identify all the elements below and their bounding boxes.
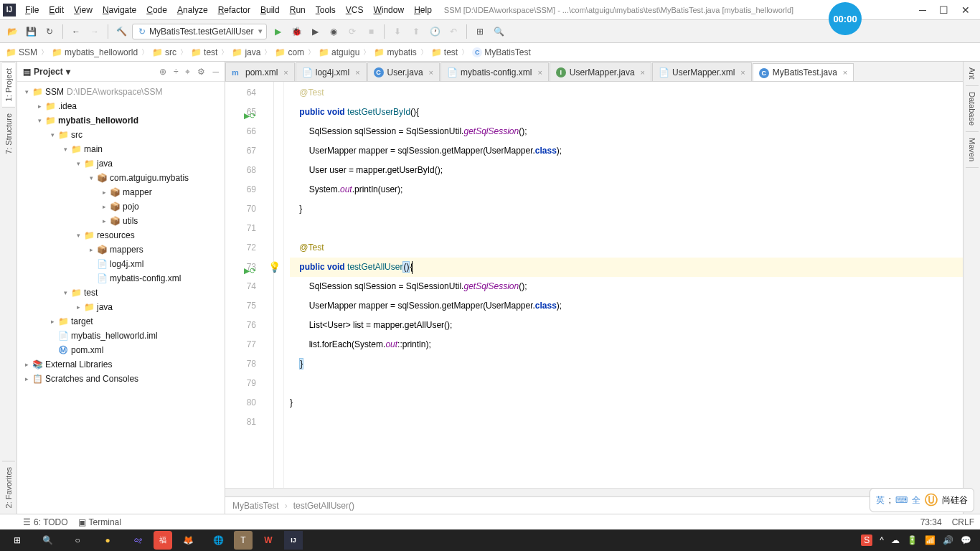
menu-view[interactable]: View bbox=[69, 3, 98, 17]
tree-utils[interactable]: ▸📦utils bbox=[17, 214, 225, 228]
idea-task-icon[interactable]: IJ bbox=[284, 531, 303, 550]
tab-close-icon[interactable]: × bbox=[355, 68, 359, 77]
tab-UserMapper.xml[interactable]: 📄UserMapper.xml× bbox=[652, 62, 752, 81]
search-task-icon[interactable]: 🔍 bbox=[33, 530, 62, 550]
tree-External Libraries[interactable]: ▸📚External Libraries bbox=[17, 357, 225, 372]
code-line-71[interactable] bbox=[290, 219, 963, 238]
system-tray[interactable]: S ^ ☁ 🔋 📶 🔊 💬 bbox=[861, 534, 977, 546]
tree-Scratches and Consoles[interactable]: ▸📋Scratches and Consoles bbox=[17, 372, 225, 386]
tree-main[interactable]: ▾📁main bbox=[17, 142, 225, 156]
maximize-button[interactable]: ☐ bbox=[939, 4, 948, 16]
tree-src[interactable]: ▾📁src bbox=[17, 128, 225, 142]
code-line-73[interactable]: 💡 public void testGetAllUser(){ bbox=[290, 258, 963, 277]
select-opened-icon[interactable]: ⊕ bbox=[159, 67, 166, 77]
sidebar-tab-project[interactable]: 1: Project bbox=[2, 62, 15, 107]
tray-volume-icon[interactable]: 🔊 bbox=[943, 535, 953, 545]
tab-close-icon[interactable]: × bbox=[740, 68, 745, 77]
build-icon[interactable]: 🔨 bbox=[113, 24, 129, 39]
run-config-select[interactable]: ↻ MyBatisTest.testGetAllUser bbox=[132, 24, 267, 39]
run-icon[interactable]: ▶ bbox=[270, 24, 286, 39]
tree-mybatis-config.xml[interactable]: 📄mybatis-config.xml bbox=[17, 271, 225, 286]
code-line-70[interactable]: } bbox=[290, 199, 963, 219]
intention-bulb-icon[interactable]: 💡 bbox=[268, 258, 281, 277]
attach-icon[interactable]: ⟳ bbox=[344, 24, 360, 39]
close-button[interactable]: ✕ bbox=[961, 4, 970, 16]
gutter[interactable]: 6465▶⟳6667686970717273▶⟳7475767778798081 bbox=[225, 82, 274, 488]
structure-icon[interactable]: ⊞ bbox=[472, 24, 488, 39]
tray-battery-icon[interactable]: 🔋 bbox=[907, 535, 918, 545]
line-number-77[interactable]: 77 bbox=[225, 335, 256, 354]
sidebar-tab-favorites[interactable]: 2: Favorites bbox=[2, 461, 15, 514]
line-number-66[interactable]: 66 bbox=[225, 122, 256, 141]
tree-test[interactable]: ▾📁test bbox=[17, 286, 225, 300]
code-line-81[interactable] bbox=[290, 413, 963, 432]
hide-icon[interactable]: ─ bbox=[212, 67, 219, 77]
menu-navigate[interactable]: Navigate bbox=[98, 3, 141, 17]
line-number-68[interactable]: 68 bbox=[225, 161, 256, 180]
app-t-icon[interactable]: T bbox=[234, 531, 253, 550]
tab-close-icon[interactable]: × bbox=[537, 68, 542, 77]
tray-sogou-icon[interactable]: S bbox=[861, 534, 872, 546]
code-line-68[interactable]: User user = mapper.getUserById(); bbox=[290, 161, 963, 180]
menu-run[interactable]: Run bbox=[285, 3, 311, 17]
project-tree[interactable]: ▾📁SSMD:\IDEA\workspace\SSM▸📁.idea▾📁mybat… bbox=[17, 82, 225, 514]
tray-wifi-icon[interactable]: 📶 bbox=[925, 535, 936, 545]
sync-icon[interactable]: ↻ bbox=[42, 24, 57, 39]
tab-pom.xml[interactable]: mpom.xml× bbox=[225, 62, 295, 81]
tab-MyBatisTest.java[interactable]: CMyBatisTest.java× bbox=[753, 63, 854, 82]
breadcrumb-SSM[interactable]: 📁SSM bbox=[4, 47, 39, 58]
code-line-78[interactable]: } bbox=[290, 354, 963, 374]
project-panel-title[interactable]: ▤ Project ▾ bbox=[23, 67, 70, 77]
start-icon[interactable]: ⊞ bbox=[3, 530, 32, 550]
cortana-icon[interactable]: ○ bbox=[63, 530, 92, 550]
line-number-81[interactable]: 81 bbox=[225, 413, 256, 432]
tray-notif-icon[interactable]: 💬 bbox=[961, 535, 971, 545]
code-line-65[interactable]: public void testGetUserById(){ bbox=[290, 103, 963, 122]
tray-up-icon[interactable]: ^ bbox=[880, 535, 884, 545]
menu-edit[interactable]: Edit bbox=[44, 3, 69, 17]
firefox-icon[interactable]: 🦊 bbox=[174, 530, 202, 550]
code-line-76[interactable]: List<User> list = mapper.getAllUser(); bbox=[290, 316, 963, 335]
tree-pojo[interactable]: ▸📦pojo bbox=[17, 199, 225, 214]
tree-resources[interactable]: ▾📁resources bbox=[17, 228, 225, 242]
tab-log4j.xml[interactable]: 📄log4j.xml× bbox=[296, 62, 367, 81]
tree-SSM[interactable]: ▾📁SSMD:\IDEA\workspace\SSM bbox=[17, 85, 225, 99]
line-number-75[interactable]: 75 bbox=[225, 296, 256, 316]
menu-help[interactable]: Help bbox=[409, 3, 437, 17]
app-3-icon[interactable]: 福 bbox=[154, 531, 172, 550]
back-icon[interactable]: ← bbox=[68, 24, 84, 39]
horizontal-scrollbar[interactable] bbox=[225, 488, 963, 496]
menu-tools[interactable]: Tools bbox=[311, 3, 341, 17]
tree-mappers[interactable]: ▸📦mappers bbox=[17, 242, 225, 257]
run-gutter-icon[interactable]: ▶⟳ bbox=[244, 106, 254, 116]
code-line-69[interactable]: System.out.println(user); bbox=[290, 180, 963, 199]
code-line-72[interactable]: @Test bbox=[290, 238, 963, 258]
menu-vcs[interactable]: VCS bbox=[341, 3, 369, 17]
menu-build[interactable]: Build bbox=[255, 3, 285, 17]
breadcrumb-atguigu[interactable]: 📁atguigu bbox=[317, 47, 361, 58]
line-number-64[interactable]: 64 bbox=[225, 83, 256, 103]
tab-UserMapper.java[interactable]: IUserMapper.java× bbox=[550, 62, 651, 81]
line-number-69[interactable]: 69 bbox=[225, 180, 256, 199]
menu-file[interactable]: File bbox=[20, 3, 44, 17]
menu-analyze[interactable]: Analyze bbox=[172, 3, 213, 17]
save-icon[interactable]: 💾 bbox=[23, 24, 39, 39]
vcs-update-icon[interactable]: ⬇ bbox=[390, 24, 405, 39]
tree-mapper[interactable]: ▸📦mapper bbox=[17, 185, 225, 199]
editor[interactable]: 6465▶⟳6667686970717273▶⟳7475767778798081… bbox=[225, 82, 963, 488]
line-number-79[interactable]: 79 bbox=[225, 374, 256, 393]
line-number-70[interactable]: 70 bbox=[225, 199, 256, 219]
todo-button[interactable]: ☰ 6: TODO bbox=[23, 517, 68, 527]
profile-icon[interactable]: ◉ bbox=[326, 24, 341, 39]
line-number-73[interactable]: 73▶⟳ bbox=[225, 258, 256, 277]
tree-com.atguigu.mybatis[interactable]: ▾📦com.atguigu.mybatis bbox=[17, 171, 225, 185]
code-line-80[interactable]: } bbox=[290, 393, 963, 413]
terminal-button[interactable]: ▣ Terminal bbox=[78, 517, 121, 527]
vcs-history-icon[interactable]: 🕐 bbox=[427, 24, 443, 39]
stop-icon[interactable]: ■ bbox=[363, 24, 379, 39]
collapse-all-icon[interactable]: ⌖ bbox=[185, 67, 190, 77]
menu-code[interactable]: Code bbox=[141, 3, 172, 17]
line-number-65[interactable]: 65▶⟳ bbox=[225, 103, 256, 122]
code-line-74[interactable]: SqlSession sqlSession = SqlSessionUtil.g… bbox=[290, 277, 963, 296]
open-icon[interactable]: 📂 bbox=[4, 24, 20, 39]
